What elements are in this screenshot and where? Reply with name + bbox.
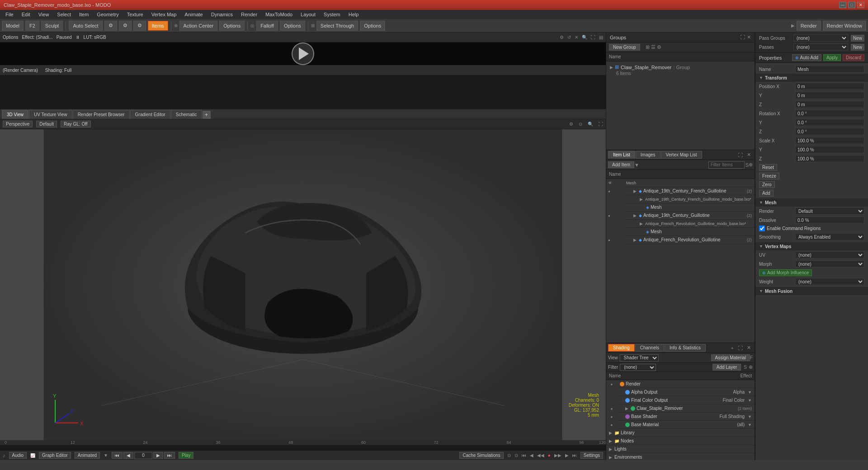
tab-shading[interactable]: Shading [608,344,635,352]
menu-system[interactable]: System [320,11,344,18]
vp-icon-search[interactable]: 🔍 [588,122,593,127]
rotation-y-value[interactable]: 0.0 ° [795,119,864,126]
shader-finalcolor-dropdown[interactable]: ▼ [748,398,752,403]
action-center-btn[interactable]: Action Center [179,21,218,31]
options3-btn[interactable]: Options [360,21,385,31]
close-button[interactable]: ✕ [857,2,864,8]
preview-icon2[interactable]: ↺ [567,35,571,40]
menu-view[interactable]: View [35,11,53,18]
name-input[interactable] [795,66,864,73]
audio-btn[interactable]: Audio [9,452,27,459]
transform-section-header[interactable]: ▼ Transform [755,74,868,82]
pass-groups-new-btn[interactable]: New [851,35,864,42]
ray-gl-btn[interactable]: Ray GL: Off [61,121,91,127]
shader-basematerial-dropdown[interactable]: ▼ [748,423,752,427]
items-btn[interactable]: Items [148,21,168,31]
tab-vertex-map-list[interactable]: Vertex Map List [661,151,702,159]
scale-y-value[interactable]: 100.0 % [795,146,864,153]
default-btn[interactable]: Default [36,121,57,127]
render-btn[interactable]: Render [797,21,821,31]
render-window-btn[interactable]: Render Window [823,21,866,31]
groups-expand-icon[interactable]: ⛶ [740,34,745,40]
shader-row-finalcolor[interactable]: Final Color Output Final Color ▼ [617,396,755,404]
select-through-btn[interactable]: Select Through [316,21,358,31]
pass-groups-select[interactable]: (none) [793,34,848,42]
add-tab-button[interactable]: + [203,111,211,119]
filter-items-input[interactable] [708,161,745,169]
tab-channels[interactable]: Channels [635,344,664,352]
pb-icon2[interactable]: ◀ [530,453,533,458]
groups-icon2[interactable]: ☰ [651,44,656,50]
render-select[interactable]: Default [795,207,864,215]
add-morph-influence-btn[interactable]: ⊕ Add Morph Influence [759,269,812,276]
rotation-x-value[interactable]: 0.0 ° [795,110,864,117]
falloff-btn[interactable]: Falloff [256,21,278,31]
options2-btn[interactable]: Options [280,21,305,31]
menu-vertex-map[interactable]: Vertex Map [148,11,180,18]
timeline-track-bar[interactable] [0,445,606,450]
shading-tab-expand[interactable]: ⛶ [736,345,745,351]
shader-row-environments[interactable]: ▶ Environments [606,453,755,460]
position-x-value[interactable]: 0 m [795,83,864,90]
menu-animate[interactable]: Animate [181,11,206,18]
item-row-3[interactable]: ▶ ◆ Antique_French_Revolution_Guillotine… [624,236,755,244]
tab-3d-view[interactable]: 3D View [2,110,28,119]
f2-btn[interactable]: F2 [25,21,39,31]
toolbar-icon1[interactable]: ⚙ [104,21,117,31]
mesh-fusion-section-header[interactable]: ▼ Mesh Fusion [755,287,868,295]
morph-select[interactable]: (none) [795,260,864,268]
tab-schematic[interactable]: Schematic [171,110,202,119]
item-vis-icon-1[interactable]: 👁 [608,181,612,185]
group-item-main[interactable]: ▶ ⊞ Claw_Staple_Remover : Group [608,63,753,71]
position-y-value[interactable]: 0 m [795,92,864,99]
item-row-2a[interactable]: ▶ Antique_French_Revolution_Guillotine_m… [624,220,755,228]
freeze-btn[interactable]: Freeze [759,173,779,179]
passes-select[interactable]: (none) [793,43,848,51]
shader-vis-icon-baseshader[interactable]: ● [611,415,613,419]
graph-editor-btn[interactable]: Graph Editor [39,452,71,459]
minimize-button[interactable]: — [839,2,846,8]
tab-render-preset-browser[interactable]: Render Preset Browser [73,110,130,119]
preview-icon5[interactable]: ⛶ [591,35,595,40]
menu-file[interactable]: File [2,11,17,18]
menu-geometry[interactable]: Geometry [93,11,122,18]
pb-icon1[interactable]: ⏮ [522,453,526,458]
vp-icon-maximize[interactable]: ⛶ [599,122,603,127]
shading-filter-select[interactable]: (none) [620,364,656,371]
preview-icon4[interactable]: 🔍 [582,35,587,40]
add-layer-btn[interactable]: Add Layer [712,364,741,371]
item-vis-3[interactable]: ● [608,238,610,242]
groups-icon1[interactable]: ⊞ [646,44,650,50]
menu-render[interactable]: Render [237,11,261,18]
play-button[interactable] [292,42,314,65]
position-z-value[interactable]: 0 m [795,101,864,108]
item-row-1b[interactable]: ◈ Mesh [624,203,755,212]
reset-btn[interactable]: Reset [759,164,777,171]
perspective-btn[interactable]: Perspective [3,121,33,127]
tab-images[interactable]: Images [636,151,660,159]
item-vis-2[interactable]: ● [608,214,610,218]
assign-material-btn[interactable]: Assign Material [711,354,750,361]
tab-gradient-editor[interactable]: Gradient Editor [130,110,170,119]
skip-end-btn[interactable]: ⏭ [164,452,175,459]
uv-select[interactable]: (none) [795,251,864,258]
item-row-mesh-label[interactable]: Mesh [624,179,755,187]
menu-edit[interactable]: Edit [18,11,34,18]
shader-row-render[interactable]: Render [617,380,755,388]
shader-row-nodes[interactable]: ▶ 📁 Nodes [606,437,755,445]
skip-start-btn[interactable]: ⏮ [112,452,123,459]
shader-vis-icon-render[interactable]: ● [611,382,613,386]
auto-select-btn[interactable]: Auto Select [69,21,102,31]
shading-view-select[interactable]: Shader Tree [620,354,659,362]
add-item-btn[interactable]: Add Item [608,161,634,168]
dissolve-value[interactable]: 0.0 % [795,216,864,224]
model-btn[interactable]: Model [2,21,24,31]
play-btn[interactable]: Play [179,452,193,459]
enable-command-regions-checkbox[interactable] [759,226,765,231]
item-row-1[interactable]: ▶ ◆ Antique_19th_Century_French_Guilloti… [624,187,755,195]
item-vis-1[interactable]: ● [608,189,610,193]
shader-row-lights[interactable]: ▶ Lights [606,445,755,453]
shader-row-alpha[interactable]: Alpha Output Alpha ▼ [617,388,755,396]
shader-vis-icon-basematerial[interactable]: ● [611,423,613,427]
menu-item[interactable]: Item [75,11,92,18]
